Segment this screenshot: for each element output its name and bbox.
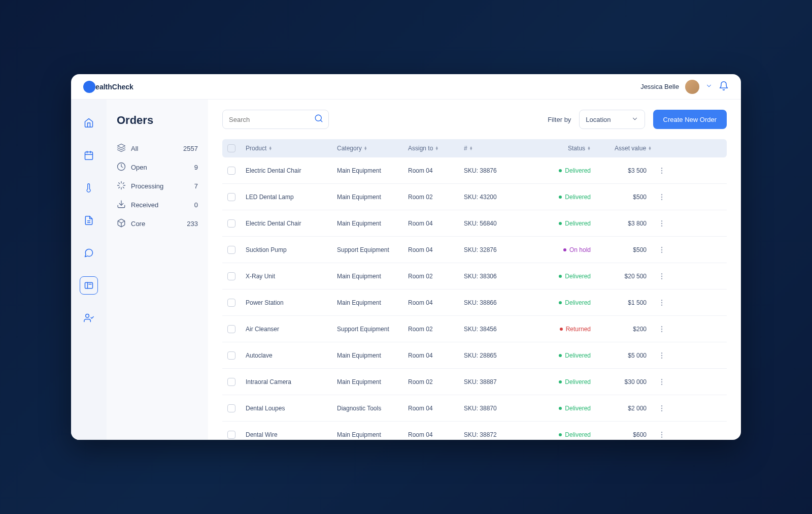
search-box[interactable] (222, 110, 329, 129)
table-row[interactable]: Power StationMain EquipmentRoom 04SKU: 3… (222, 290, 727, 316)
cell-sku: SKU: 38876 (464, 167, 525, 174)
cell-asset: $500 (591, 246, 652, 253)
svg-point-43 (661, 329, 662, 329)
table-row[interactable]: AutoclaveMain EquipmentRoom 04SKU: 28865… (222, 342, 727, 369)
status-dot-icon (559, 433, 562, 436)
cell-product: Power Station (246, 299, 337, 306)
table-row[interactable]: Sucktion PumpSupport EquipmentRoom 04SKU… (222, 237, 727, 263)
table-row[interactable]: LED Dental LampMain EquipmentRoom 02SKU:… (222, 184, 727, 210)
row-actions-button[interactable] (652, 219, 672, 228)
search-input[interactable] (229, 116, 314, 123)
cell-sku: SKU: 38456 (464, 326, 525, 333)
filter-received[interactable]: Received0 (117, 196, 198, 214)
status-text: Delivered (565, 352, 591, 359)
cell-product: LED Dental Lamp (246, 194, 337, 201)
row-checkbox[interactable] (227, 193, 235, 201)
cell-product: Electric Dental Chair (246, 167, 337, 174)
row-checkbox[interactable] (227, 167, 235, 175)
status-dot-icon (559, 222, 562, 225)
svg-point-51 (661, 405, 662, 406)
row-checkbox[interactable] (227, 378, 235, 386)
col-product[interactable]: Product▲▼ (246, 145, 337, 152)
cell-product: Dental Wire (246, 431, 337, 438)
cell-asset: $3 500 (591, 167, 652, 174)
table-row[interactable]: Electric Dental ChairMain EquipmentRoom … (222, 157, 727, 184)
cell-product: X-Ray Unit (246, 273, 337, 280)
table-row[interactable]: Electric Dental ChairMain EquipmentRoom … (222, 210, 727, 237)
cell-assign: Room 04 (408, 431, 464, 438)
row-checkbox[interactable] (227, 404, 235, 412)
sort-icon: ▲▼ (469, 146, 473, 150)
svg-point-31 (661, 223, 662, 223)
row-actions-button[interactable] (652, 299, 672, 307)
row-actions-button[interactable] (652, 431, 672, 439)
filter-count: 7 (194, 182, 198, 190)
status-text: Delivered (565, 273, 591, 280)
svg-point-39 (661, 300, 662, 300)
table-row[interactable]: Dental WireMain EquipmentRoom 04SKU: 388… (222, 422, 727, 440)
chevron-down-icon[interactable] (705, 82, 713, 91)
nav-document[interactable] (80, 211, 98, 230)
svg-line-18 (119, 187, 120, 188)
avatar[interactable] (685, 80, 699, 94)
row-checkbox[interactable] (227, 431, 235, 439)
filter-core[interactable]: Core233 (117, 214, 198, 233)
nav-chat[interactable] (80, 244, 98, 262)
cell-category: Main Equipment (337, 194, 408, 201)
sort-icon: ▲▼ (587, 146, 591, 150)
col-assign[interactable]: Assign to▲▼ (408, 145, 464, 152)
table-row[interactable]: Air CleanserSupport EquipmentRoom 02SKU:… (222, 316, 727, 342)
select-all-checkbox[interactable] (227, 144, 235, 152)
svg-point-47 (661, 358, 662, 358)
row-checkbox[interactable] (227, 299, 235, 307)
svg-point-50 (661, 384, 662, 384)
nav-calendar[interactable] (80, 146, 98, 165)
create-order-button[interactable]: Create New Order (653, 110, 727, 129)
cell-product: Sucktion Pump (246, 246, 337, 253)
row-checkbox[interactable] (227, 272, 235, 280)
row-checkbox[interactable] (227, 351, 235, 360)
filter-open[interactable]: Open9 (117, 158, 198, 177)
cell-sku: SKU: 38306 (464, 273, 525, 280)
row-actions-button[interactable] (652, 351, 672, 360)
cell-category: Main Equipment (337, 352, 408, 359)
loader-icon (117, 181, 126, 191)
status-text: Returned (566, 326, 591, 333)
svg-point-41 (661, 305, 662, 305)
col-number[interactable]: #▲▼ (464, 145, 525, 152)
row-actions-button[interactable] (652, 404, 672, 412)
toolbar: Filter by Location Create New Order (222, 110, 727, 129)
nav-home[interactable] (80, 114, 98, 132)
col-category[interactable]: Category▲▼ (337, 145, 408, 152)
row-checkbox[interactable] (227, 219, 235, 228)
row-actions-button[interactable] (652, 378, 672, 386)
table-row[interactable]: Intraoral CameraMain EquipmentRoom 02SKU… (222, 369, 727, 395)
filter-all[interactable]: All2557 (117, 139, 198, 158)
svg-point-28 (661, 197, 662, 197)
col-status[interactable]: Status▲▼ (525, 145, 591, 152)
logo[interactable]: HealthCheck (83, 81, 133, 93)
cell-asset: $30 000 (591, 378, 652, 385)
table-row[interactable]: X-Ray UnitMain EquipmentRoom 02SKU: 3830… (222, 263, 727, 290)
filter-processing[interactable]: Processing7 (117, 177, 198, 196)
location-dropdown[interactable]: Location (579, 110, 645, 129)
row-actions-button[interactable] (652, 193, 672, 201)
status-text: Delivered (565, 405, 591, 412)
row-actions-button[interactable] (652, 246, 672, 254)
cell-category: Diagnostic Tools (337, 405, 408, 412)
row-checkbox[interactable] (227, 246, 235, 254)
nav-thermometer[interactable] (80, 179, 98, 197)
nav-users[interactable] (80, 309, 98, 327)
row-actions-button[interactable] (652, 167, 672, 175)
cell-assign: Room 04 (408, 220, 464, 227)
row-checkbox[interactable] (227, 325, 235, 333)
nav-orders[interactable] (80, 276, 98, 295)
row-actions-button[interactable] (652, 325, 672, 333)
col-asset[interactable]: Asset value▲▼ (591, 145, 652, 152)
status-dot-icon (560, 328, 563, 331)
cell-status: Delivered (525, 220, 591, 227)
row-actions-button[interactable] (652, 272, 672, 280)
bell-icon[interactable] (719, 81, 729, 93)
cell-product: Electric Dental Chair (246, 220, 337, 227)
table-row[interactable]: Dental LoupesDiagnostic ToolsRoom 04SKU:… (222, 395, 727, 422)
